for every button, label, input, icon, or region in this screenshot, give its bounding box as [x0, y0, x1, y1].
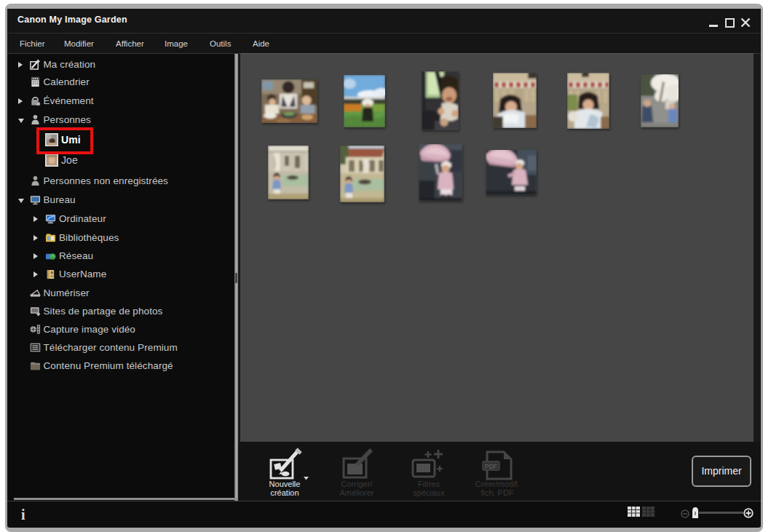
- svg-text:PDF: PDF: [485, 463, 497, 470]
